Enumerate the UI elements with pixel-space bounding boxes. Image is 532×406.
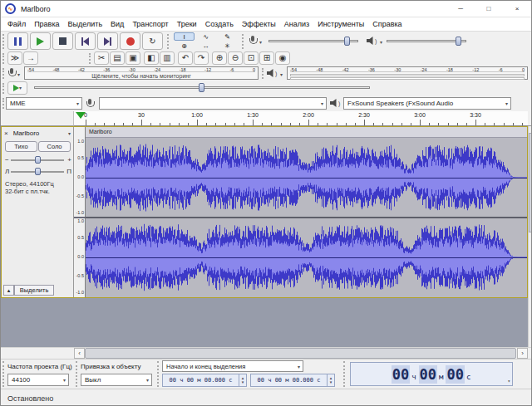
envelope-tool-button[interactable]: ∿ (195, 32, 216, 41)
toolbar-grip[interactable] (76, 361, 79, 387)
solo-button[interactable]: Соло (38, 141, 71, 152)
pause-button[interactable] (7, 32, 28, 50)
toolbar-grip[interactable] (2, 83, 6, 94)
menu-item[interactable]: Создать (201, 20, 238, 28)
toolbar-grip[interactable] (2, 34, 6, 49)
play-position-marker-icon[interactable] (76, 112, 86, 119)
slider-handle[interactable] (456, 37, 461, 46)
toolbar-grip[interactable] (262, 68, 265, 79)
record-button[interactable] (120, 32, 140, 50)
position-minutes[interactable]: 00 (419, 365, 437, 384)
audio-position-display[interactable]: 00 ч 00 м 00 с ▾ (350, 362, 513, 386)
scroll-left-icon[interactable]: ‹ (74, 348, 85, 359)
position-seconds[interactable]: 00 (446, 365, 464, 384)
zoom-project-button[interactable]: ⊞ (259, 51, 274, 65)
position-hours[interactable]: 00 (392, 365, 410, 384)
empty-track-area[interactable] (1, 298, 528, 347)
menu-item[interactable]: Транспорт (128, 20, 172, 28)
vertical-scrollbar[interactable] (528, 126, 532, 347)
playback-meter[interactable]: -54-48-42-36-30-24-18-12-60 (287, 66, 528, 80)
multi-tool-button[interactable]: ✳ (217, 42, 238, 50)
pan-slider[interactable] (11, 167, 64, 177)
menu-item[interactable]: Инструменты (313, 20, 368, 28)
recording-device-select[interactable]: ▾ (99, 97, 327, 110)
toolbar-grip[interactable] (242, 34, 245, 49)
playback-speed-slider[interactable] (34, 82, 370, 94)
redo-button[interactable]: ↷ (194, 51, 209, 65)
scrub-button[interactable]: ≫ (7, 51, 22, 65)
vertical-scrollbar-thumb[interactable] (529, 133, 532, 232)
minimize-button[interactable]: ─ (446, 1, 475, 17)
toolbar-grip[interactable] (167, 34, 170, 49)
chevron-down-icon[interactable]: ▾ (280, 71, 283, 77)
track-name[interactable]: Marlboro (13, 130, 68, 137)
gain-slider[interactable] (11, 155, 64, 165)
zoom-in-button[interactable]: ⊕ (212, 51, 227, 65)
chevron-down-icon[interactable]: ▾ (259, 39, 262, 45)
trim-audio-button[interactable]: ◧ (144, 51, 159, 65)
seek-button[interactable]: → (23, 51, 38, 65)
track-close-icon[interactable]: × (4, 130, 8, 137)
zoom-toggle-button[interactable]: ◉ (275, 51, 290, 65)
menu-item[interactable]: Справка (368, 20, 406, 28)
skip-to-start-button[interactable] (75, 32, 96, 50)
timeshift-tool-button[interactable]: ↔ (195, 42, 216, 50)
menu-item[interactable]: Выделить (64, 20, 107, 28)
spin-down-icon[interactable]: ▾ (330, 380, 332, 384)
zoom-tool-button[interactable]: ⊕ (174, 42, 195, 50)
zoom-out-button[interactable]: ⊖ (228, 51, 243, 65)
toolbar-grip[interactable] (2, 361, 6, 387)
playback-volume-slider[interactable] (387, 36, 466, 47)
play-at-speed-button[interactable]: ▾ (7, 81, 27, 95)
audio-host-select[interactable]: MME▾ (6, 97, 82, 110)
selection-tool-button[interactable]: I (174, 32, 195, 41)
selection-range-mode-select[interactable]: Начало и конец выделения▾ (162, 360, 303, 372)
draw-tool-button[interactable]: ✎ (217, 32, 238, 41)
undo-button[interactable]: ↶ (178, 51, 193, 65)
project-rate-select[interactable]: 44100▾ (7, 374, 69, 386)
selection-end-field[interactable]: 00 ч 00 м 00.000 с ▴▾ (250, 374, 335, 387)
horizontal-scrollbar-thumb[interactable] (85, 348, 516, 359)
menu-item[interactable]: Вид (106, 20, 128, 28)
scroll-right-icon[interactable]: › (517, 348, 528, 359)
vertical-scale-ruler[interactable]: 1.00.50.0-0.5-1.01.00.50.0-0.5-1.0 (74, 127, 86, 297)
zoom-selection-button[interactable]: ⊡ (244, 51, 259, 65)
select-track-button[interactable]: Выделить (14, 285, 54, 296)
timeline-ruler[interactable]: 0301:001:302:002:303:003:30 (74, 111, 528, 126)
slider-handle[interactable] (344, 37, 350, 46)
collapse-track-button[interactable]: ▴ (3, 285, 14, 296)
paste-button[interactable]: ▣ (126, 51, 140, 65)
spin-down-icon[interactable]: ▾ (242, 380, 244, 384)
selection-start-field[interactable]: 00 ч 00 м 00.000 с ▴▾ (162, 374, 247, 387)
recording-meter[interactable]: -54-48-42-36-30-24-18-12-60 Щёлкните, чт… (24, 66, 259, 80)
toolbar-grip[interactable] (2, 53, 6, 64)
skip-to-end-button[interactable] (97, 32, 118, 50)
playback-device-select[interactable]: FxSound Speakers (FxSound Audio▾ (343, 97, 511, 110)
track-menu-caret-icon[interactable]: ▾ (68, 130, 71, 136)
menu-item[interactable]: Треки (173, 20, 201, 28)
close-button[interactable]: × (503, 1, 531, 17)
chevron-down-icon[interactable]: ▾ (380, 39, 382, 45)
loop-button[interactable]: ↻ (142, 32, 163, 50)
slider-handle[interactable] (35, 168, 41, 175)
menu-item[interactable]: Файл (3, 20, 30, 28)
slider-handle[interactable] (199, 83, 204, 92)
snap-to-select[interactable]: Выкл▾ (81, 374, 152, 386)
toolbar-grip[interactable] (157, 361, 160, 387)
maximize-button[interactable]: □ (475, 1, 503, 17)
menu-item[interactable]: Анализ (280, 20, 313, 28)
toolbar-grip[interactable] (89, 53, 92, 64)
slider-handle[interactable] (35, 156, 41, 164)
cut-button[interactable]: ✂ (94, 51, 109, 65)
menu-item[interactable]: Эффекты (238, 20, 280, 28)
chevron-down-icon[interactable]: ▾ (507, 378, 510, 384)
toolbar-grip[interactable] (343, 361, 347, 387)
copy-button[interactable]: ▤ (110, 51, 125, 65)
mute-button[interactable]: Тихо (5, 141, 37, 152)
clip-title-bar[interactable]: Marlboro (86, 127, 527, 138)
chevron-down-icon[interactable]: ▾ (17, 71, 20, 77)
stop-button[interactable] (52, 32, 73, 50)
toolbar-grip[interactable] (2, 68, 6, 79)
silence-audio-button[interactable]: ▥ (160, 51, 175, 65)
recording-volume-slider[interactable] (268, 36, 358, 47)
